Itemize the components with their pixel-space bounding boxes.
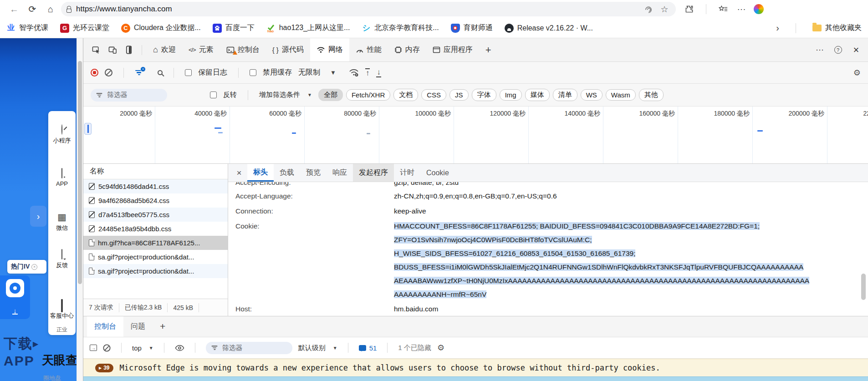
refresh-icon[interactable]: ⟳ [25, 1, 40, 17]
request-row[interactable]: d7a4513fbee05775.css [83, 208, 228, 222]
bookmark-item[interactable]: hao hao123_上网从这里... [266, 23, 350, 33]
issues-tab[interactable]: 问题 [123, 316, 153, 337]
invert-checkbox[interactable] [210, 91, 217, 98]
request-row[interactable]: 24485e18a95b4dbb.css [83, 222, 228, 236]
bookmark-item[interactable]: シ 北京奈学教育科技... [362, 23, 439, 33]
device-toolbar-icon[interactable] [104, 42, 121, 58]
details-tab-timing[interactable]: 计时 [394, 164, 420, 182]
details-tab-preview[interactable]: 预览 [300, 164, 327, 182]
pill-wasm[interactable]: Wasm [606, 89, 636, 101]
request-list-header[interactable]: 名称 [83, 164, 228, 179]
copilot-icon[interactable] [754, 4, 764, 14]
close-devtools-icon[interactable]: × [848, 42, 864, 58]
disable-cache-checkbox[interactable] [250, 69, 256, 76]
request-row[interactable]: sa.gif?project=production&dat... [83, 250, 228, 264]
request-row-selected[interactable]: hm.gif?hca=86C8F1178AF6125... [83, 236, 228, 250]
app-promo-card[interactable]: ↓ [0, 275, 30, 319]
expand-chevron-tab[interactable]: › [30, 206, 46, 227]
menu-item-wechat[interactable]: ▦ 微信 [48, 212, 76, 232]
menu-item-app[interactable]: APP [48, 168, 76, 187]
bookmark-item[interactable]: 育财师通 [451, 23, 493, 33]
network-settings-gear-icon[interactable]: ⚙ [853, 68, 861, 78]
console-filter-input[interactable]: 筛选器 [206, 342, 292, 354]
network-conditions-icon[interactable] [349, 68, 359, 77]
close-icon[interactable]: × [31, 264, 37, 270]
details-tab-initiator[interactable]: 发起程序 [353, 164, 394, 182]
menu-item-partial[interactable]: 正业 [48, 324, 76, 334]
scrollbar-thumb[interactable] [78, 61, 82, 284]
tab-elements[interactable]: </> 元素 [182, 38, 220, 61]
request-row[interactable]: sa.gif?project=production&dat... [83, 264, 228, 278]
other-favorites[interactable]: 其他收藏夹 [812, 23, 862, 33]
console-sidebar-icon[interactable]: → [90, 345, 97, 351]
close-details-icon[interactable]: × [231, 164, 247, 182]
throttling-select[interactable]: 无限制 ▼ [298, 68, 336, 77]
bookmarks-overflow-chevron[interactable]: › [776, 23, 779, 33]
extensions-icon[interactable] [683, 3, 695, 15]
home-icon[interactable]: ⌂ [43, 1, 58, 17]
bookmark-item[interactable]: 业 智学优课 [6, 23, 48, 33]
tab-application[interactable]: 应用程序 [426, 38, 479, 61]
clear-network-icon[interactable] [105, 69, 112, 76]
scrollbar-thumb[interactable] [861, 274, 866, 300]
tab-performance[interactable]: 性能 [349, 38, 388, 61]
page-scrollbar[interactable] [77, 38, 83, 381]
console-settings-gear-icon[interactable]: ⚙ [437, 343, 444, 353]
tab-sources[interactable]: { } 源代码 [266, 38, 310, 61]
details-tab-cookies[interactable]: Cookie [420, 164, 455, 182]
search-icon[interactable] [158, 70, 163, 75]
url-text[interactable]: https://www.tianyancha.com [76, 5, 638, 14]
cookie-value[interactable]: HMACCOUNT_BFESS=86C8F1178AF61255; BAIDUI… [394, 218, 868, 301]
pill-doc[interactable]: 文档 [393, 89, 418, 101]
context-select[interactable]: top ▼ [132, 344, 153, 352]
repeat-count-badge[interactable]: ▶ 39 [95, 364, 113, 372]
request-row[interactable]: 9a4f62868ad5b624.css [83, 193, 228, 208]
message-bubble-icon[interactable] [359, 345, 366, 351]
live-expression-eye-icon[interactable] [175, 345, 184, 351]
help-icon[interactable]: ? [830, 42, 846, 58]
more-options-icon[interactable]: ··· [812, 42, 828, 58]
device-phone-icon[interactable] [121, 42, 137, 58]
details-tab-headers[interactable]: 标头 [247, 164, 274, 182]
console-selected-row-partial[interactable] [83, 376, 868, 381]
favorites-bar-icon[interactable] [717, 3, 729, 15]
import-har-icon[interactable]: ↑ [365, 68, 370, 77]
filter-input[interactable]: 筛选器 [91, 89, 167, 102]
bookmark-item[interactable]: 百度一下 [213, 23, 255, 33]
menu-item-service[interactable]: 客服中心 [48, 300, 76, 320]
inspect-element-icon[interactable] [88, 42, 104, 58]
add-drawer-tab-button[interactable]: + [153, 316, 173, 337]
bookmark-item[interactable]: C Cloudera 企业数据... [121, 23, 201, 33]
add-filter-condition[interactable]: 增加筛选条件 ▼ [259, 91, 312, 99]
tab-network[interactable]: 网络 [310, 38, 349, 61]
tab-welcome[interactable]: ⌂ 欢迎 [147, 38, 182, 61]
address-bar[interactable]: https://www.tianyancha.com ☆ [61, 2, 676, 16]
pill-other[interactable]: 其他 [639, 89, 664, 101]
menu-item-feedback[interactable]: 反馈 [48, 249, 76, 269]
pill-ws[interactable]: WS [581, 89, 602, 101]
console-warning-message[interactable]: ▶ 39 Microsoft Edge is moving towards a … [83, 359, 868, 376]
details-tab-payload[interactable]: 负载 [274, 164, 300, 182]
preserve-log-checkbox[interactable] [185, 69, 192, 76]
details-tab-response[interactable]: 响应 [327, 164, 353, 182]
pill-js[interactable]: JS [449, 89, 469, 101]
download-app-text[interactable]: 下载▶ APP [4, 335, 39, 369]
pill-img[interactable]: Img [500, 89, 522, 101]
log-level-select[interactable]: 默认级别 ▼ [298, 344, 337, 352]
pill-css[interactable]: CSS [421, 89, 446, 101]
pill-font[interactable]: 字体 [472, 89, 496, 101]
read-aloud-icon[interactable] [642, 3, 654, 15]
pill-all[interactable]: 全部 [318, 89, 343, 101]
export-har-icon[interactable]: ↓ [376, 68, 381, 77]
pill-fetch-xhr[interactable]: Fetch/XHR [346, 89, 390, 101]
more-tabs-button[interactable]: + [479, 38, 498, 61]
hot-popup[interactable]: 热门IV × [7, 260, 46, 274]
console-tab[interactable]: 控制台 [87, 316, 123, 337]
pill-media[interactable]: 媒体 [525, 89, 550, 101]
network-overview-timeline[interactable]: 20000 毫秒 40000 毫秒 60000 毫秒 80000 毫秒 1000… [83, 107, 868, 164]
back-icon[interactable]: ← [6, 1, 22, 17]
request-row[interactable]: 5c94fd61486dad41.css [83, 179, 228, 193]
menu-item-miniprogram[interactable]: 小程序 [48, 125, 76, 145]
bookmark-item[interactable]: G 光环云课堂 [60, 23, 109, 33]
filter-toggle-icon[interactable]: × [135, 69, 143, 76]
